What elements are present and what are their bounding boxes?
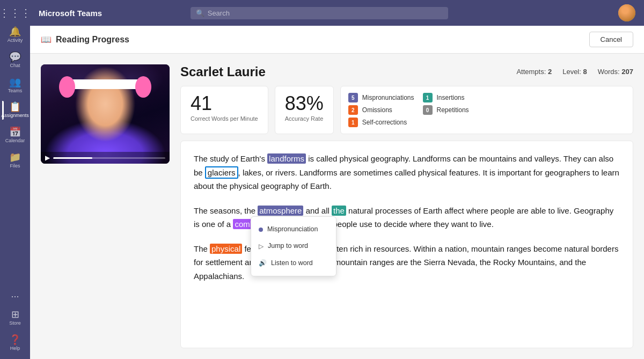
files-icon: 📁 bbox=[9, 152, 21, 162]
words-meta: Words: 207 bbox=[598, 68, 633, 76]
level-value: 8 bbox=[583, 68, 587, 76]
play-button[interactable]: ▶ bbox=[45, 154, 50, 162]
sidebar-item-activity[interactable]: 🔔 Activity bbox=[2, 24, 28, 47]
cancel-button[interactable]: Cancel bbox=[589, 32, 633, 47]
badge-insertions: 1 bbox=[423, 93, 433, 102]
sidebar: ⋮⋮⋮ 🔔 Activity 💬 Chat 👥 Teams 📋 Assignme… bbox=[0, 0, 30, 359]
headband bbox=[67, 79, 144, 89]
attempts-value: 2 bbox=[548, 68, 552, 76]
activity-icon: 🔔 bbox=[9, 27, 21, 36]
search-box[interactable]: 🔍 bbox=[191, 7, 448, 19]
label-repetitions: Repetitions bbox=[437, 106, 469, 114]
assignments-icon: 📋 bbox=[9, 102, 21, 112]
reading-area[interactable]: The study of Earth's landforms is called… bbox=[180, 141, 633, 348]
popup-listen-label: Listen to word bbox=[271, 258, 313, 269]
tag-repetitions: 0 Repetitions bbox=[423, 105, 469, 115]
calendar-icon: 📅 bbox=[9, 127, 21, 137]
page-title: Reading Progress bbox=[56, 35, 589, 45]
app-title: Microsoft Teams bbox=[39, 9, 102, 18]
highlight-the[interactable]: the bbox=[332, 206, 346, 216]
video-frame bbox=[41, 64, 170, 164]
sidebar-label-activity: Activity bbox=[8, 38, 23, 43]
sidebar-item-files[interactable]: 📁 Files bbox=[2, 149, 28, 172]
mispronunciation-dot bbox=[259, 228, 263, 232]
level-label: Level: bbox=[562, 68, 581, 76]
sidebar-label-calendar: Calendar bbox=[5, 138, 25, 144]
reading-progress-icon: 📖 bbox=[41, 34, 52, 45]
left-panel: ▶ bbox=[41, 64, 170, 348]
video-controls: ▶ bbox=[41, 152, 170, 164]
popup-jump-to-word[interactable]: ▷ Jump to word bbox=[251, 238, 336, 254]
tags-panel: 5 Mispronunciations 2 Omissions 1 Self-c… bbox=[340, 86, 633, 134]
sidebar-label-help: Help bbox=[10, 346, 20, 351]
highlight-glaciers[interactable]: glaciers bbox=[205, 166, 238, 179]
badge-repetitions: 0 bbox=[423, 105, 433, 115]
help-icon: ❓ bbox=[9, 335, 21, 345]
popup-mispronunciation-label: Mispronunciation bbox=[267, 224, 318, 235]
student-name: Scarlet Laurie bbox=[180, 64, 506, 79]
cwpm-label: Correct Words per Minute bbox=[191, 115, 258, 122]
highlight-physical[interactable]: physical bbox=[210, 244, 242, 254]
word-popup: Mispronunciation ▷ Jump to word 🔊 Listen… bbox=[251, 216, 336, 276]
label-mispronunciations: Mispronunciations bbox=[362, 94, 414, 101]
sidebar-item-assignments[interactable]: 📋 Assignments bbox=[2, 99, 28, 122]
jump-icon: ▷ bbox=[259, 241, 264, 252]
popup-jump-label: Jump to word bbox=[268, 240, 308, 252]
sidebar-item-teams[interactable]: 👥 Teams bbox=[2, 74, 28, 97]
label-self-corrections: Self-corrections bbox=[362, 119, 407, 126]
cwpm-value: 41 bbox=[191, 94, 258, 113]
cwpm-card: 41 Correct Words per Minute bbox=[180, 86, 268, 134]
teams-icon: 👥 bbox=[9, 77, 21, 87]
accuracy-card: 83% Accuracy Rate bbox=[275, 86, 334, 134]
level-meta: Level: 8 bbox=[562, 68, 587, 76]
progress-bar-fill bbox=[53, 157, 92, 159]
tag-self-corrections: 1 Self-corrections bbox=[348, 118, 414, 127]
badge-self-corrections: 1 bbox=[348, 118, 358, 127]
topbar: Microsoft Teams 🔍 bbox=[30, 0, 644, 26]
sidebar-label-store: Store bbox=[9, 320, 21, 326]
highlight-landforms[interactable]: landforms bbox=[267, 153, 306, 164]
sidebar-label-teams: Teams bbox=[8, 88, 23, 94]
sidebar-item-help[interactable]: ❓ Help bbox=[2, 332, 28, 355]
right-panel: Scarlet Laurie Attempts: 2 Level: 8 Word… bbox=[180, 64, 633, 348]
tag-insertions: 1 Insertions bbox=[423, 93, 469, 102]
words-label: Words: bbox=[598, 68, 620, 76]
label-omissions: Omissions bbox=[362, 106, 392, 114]
popup-mispronunciation[interactable]: Mispronunciation bbox=[251, 221, 336, 238]
reading-paragraph-1: The study of Earth's landforms is called… bbox=[194, 152, 620, 193]
avatar[interactable] bbox=[618, 4, 635, 21]
badge-mispronunciations: 5 bbox=[348, 93, 358, 102]
popup-listen-to-word[interactable]: 🔊 Listen to word bbox=[251, 255, 336, 272]
video-player[interactable]: ▶ bbox=[41, 64, 170, 164]
accuracy-label: Accuracy Rate bbox=[285, 115, 324, 122]
store-icon: ⊞ bbox=[11, 310, 19, 319]
sidebar-item-more[interactable]: ··· bbox=[2, 288, 28, 304]
accuracy-value: 83% bbox=[285, 94, 324, 113]
sidebar-label-files: Files bbox=[10, 163, 20, 169]
highlight-atmosphere[interactable]: atmosphere bbox=[258, 206, 303, 216]
tag-mispronunciations: 5 Mispronunciations bbox=[348, 93, 414, 102]
listen-icon: 🔊 bbox=[259, 258, 267, 268]
stats-row: 41 Correct Words per Minute 83% Accuracy… bbox=[180, 86, 633, 134]
topbar-right bbox=[618, 4, 635, 21]
search-icon: 🔍 bbox=[196, 9, 204, 17]
badge-omissions: 2 bbox=[348, 105, 358, 115]
sidebar-label-assignments: Assignments bbox=[1, 113, 29, 119]
student-meta: Attempts: 2 Level: 8 Words: 207 bbox=[516, 68, 633, 76]
chat-icon: 💬 bbox=[9, 52, 21, 62]
headphones-left bbox=[59, 76, 75, 98]
attempts-label: Attempts: bbox=[516, 68, 546, 76]
attempts-meta: Attempts: 2 bbox=[516, 68, 552, 76]
content-area: ▶ Scarlet Laurie Attempts: 2 Lev bbox=[30, 54, 644, 359]
search-input[interactable] bbox=[208, 9, 443, 17]
main-wrapper: Microsoft Teams 🔍 📖 Reading Progress Can… bbox=[30, 0, 644, 359]
grid-icon[interactable]: ⋮⋮⋮ bbox=[0, 6, 31, 19]
sidebar-item-store[interactable]: ⊞ Store bbox=[2, 306, 28, 329]
sidebar-item-chat[interactable]: 💬 Chat bbox=[2, 49, 28, 72]
sidebar-label-chat: Chat bbox=[10, 63, 20, 69]
label-insertions: Insertions bbox=[437, 94, 465, 101]
words-value: 207 bbox=[621, 68, 633, 76]
video-progress-bar[interactable] bbox=[53, 157, 165, 159]
more-icon: ··· bbox=[11, 291, 19, 301]
sidebar-item-calendar[interactable]: 📅 Calendar bbox=[2, 124, 28, 147]
